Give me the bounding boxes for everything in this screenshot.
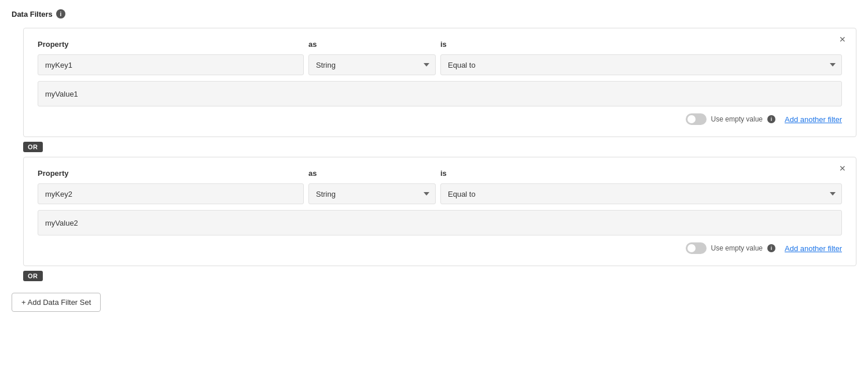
page-title-info-icon[interactable]: i <box>56 9 65 19</box>
property-input-2[interactable] <box>38 183 304 204</box>
use-empty-label-1: Use empty value <box>711 115 763 123</box>
as-header-1: as <box>308 40 436 49</box>
or-divider-1: OR <box>23 142 856 152</box>
use-empty-info-icon-2[interactable]: i <box>767 244 775 252</box>
toggle-slider-1 <box>686 113 707 125</box>
filter-set-2: ✕ Property as is String Number Boolean D… <box>23 157 856 266</box>
property-header-2: Property <box>38 169 304 178</box>
use-empty-value-2: Use empty value i <box>686 242 775 254</box>
value-input-1[interactable] <box>38 81 842 106</box>
or-badge-1: OR <box>23 142 43 152</box>
property-input-1[interactable] <box>38 54 304 75</box>
filter-set-2-headers: Property as is <box>38 169 842 178</box>
value-input-2[interactable] <box>38 210 842 235</box>
use-empty-value-1: Use empty value i <box>686 113 775 125</box>
use-empty-toggle-2[interactable] <box>686 242 707 254</box>
is-select-2[interactable]: Equal to Not equal to Contains Does not … <box>440 183 842 204</box>
or-badge-2: OR <box>23 271 43 281</box>
filter-set-2-close-button[interactable]: ✕ <box>837 163 848 174</box>
as-select-1[interactable]: String Number Boolean Date <box>308 54 436 75</box>
is-select-1[interactable]: Equal to Not equal to Contains Does not … <box>440 54 842 75</box>
page-header: Data Filters i <box>12 9 856 19</box>
filter-set-1-close-button[interactable]: ✕ <box>837 34 848 45</box>
filter-set-1-headers: Property as is <box>38 40 842 49</box>
property-header-1: Property <box>38 40 304 49</box>
add-another-filter-button-1[interactable]: Add another filter <box>785 115 842 124</box>
or-divider-2: OR <box>23 271 856 281</box>
is-header-1: is <box>440 40 842 49</box>
toggle-slider-2 <box>686 242 707 254</box>
filter-set-1-inputs-row: String Number Boolean Date Equal to Not … <box>38 54 842 75</box>
add-data-filter-set-button[interactable]: + Add Data Filter Set <box>12 293 101 312</box>
add-another-filter-button-2[interactable]: Add another filter <box>785 244 842 253</box>
use-empty-toggle-1[interactable] <box>686 113 707 125</box>
use-empty-info-icon-1[interactable]: i <box>767 115 775 123</box>
as-select-2[interactable]: String Number Boolean Date <box>308 183 436 204</box>
filter-set-1: ✕ Property as is String Number Boolean D… <box>23 28 856 137</box>
filter-set-2-footer: Use empty value i Add another filter <box>38 242 842 254</box>
filter-set-2-inputs-row: String Number Boolean Date Equal to Not … <box>38 183 842 204</box>
is-header-2: is <box>440 169 842 178</box>
as-header-2: as <box>308 169 436 178</box>
page-title: Data Filters <box>12 10 53 19</box>
use-empty-label-2: Use empty value <box>711 244 763 252</box>
filter-set-1-footer: Use empty value i Add another filter <box>38 113 842 125</box>
